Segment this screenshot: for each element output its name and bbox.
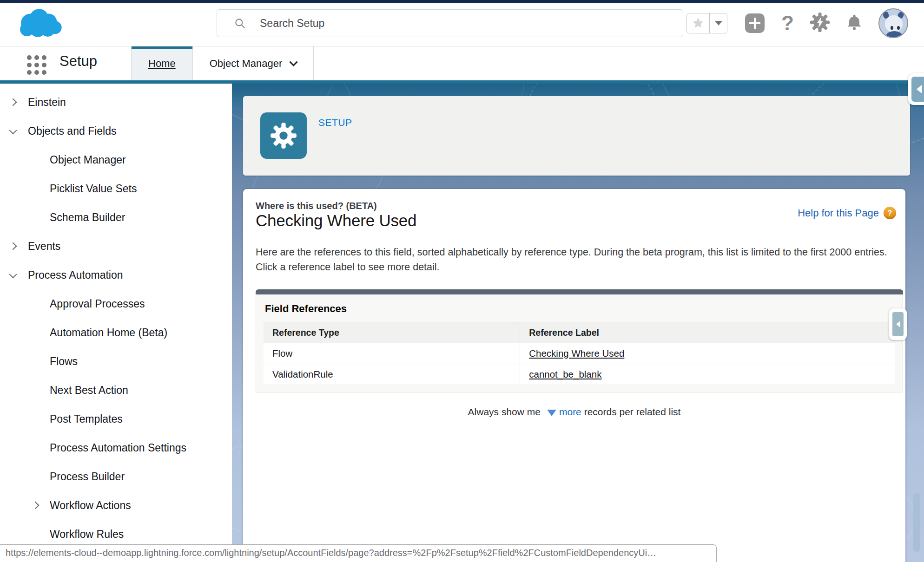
setup-search[interactable] (217, 9, 683, 37)
more-link[interactable]: more (559, 406, 581, 417)
field-references-table: Reference Type Reference Label Flow Chec… (264, 322, 895, 385)
search-icon (234, 17, 246, 29)
avatar-body (886, 31, 902, 38)
reference-type-cell: ValidationRule (264, 364, 520, 385)
setup-tile (260, 112, 307, 159)
cloud-icon (14, 5, 66, 42)
star-icon[interactable] (687, 13, 709, 33)
panel-top-bar (256, 289, 903, 294)
favorites-button[interactable] (686, 13, 727, 33)
status-url-bar: https://elements-cloud--demoapp.lightnin… (0, 544, 717, 562)
help-icon[interactable]: ? (781, 13, 794, 33)
banner-title: SETUP (318, 117, 352, 128)
page-card: Where is this used? (BETA) Checking Wher… (243, 189, 905, 562)
avatar-eye (891, 26, 893, 30)
page-description: Here are the references to this field, s… (256, 245, 897, 274)
help-badge-icon[interactable]: ? (884, 207, 896, 219)
page-eyebrow: Where is this used? (BETA) (256, 201, 377, 211)
sidebar-item-objects-and-fields[interactable]: Objects and Fields (0, 117, 232, 145)
sidebar-item-events[interactable]: Events (0, 232, 232, 261)
sidebar-item-process-automation[interactable]: Process Automation (0, 261, 232, 289)
notifications-button[interactable] (845, 13, 864, 33)
sidebar-item-automation-home[interactable]: Automation Home (Beta) (0, 318, 232, 347)
triangle-down-icon (547, 410, 556, 416)
chevron-right-icon (32, 502, 40, 510)
setup-gear-button[interactable] (810, 12, 830, 34)
reference-type-cell: Flow (264, 343, 520, 364)
column-header-reference-label: Reference Label (520, 322, 895, 343)
sidebar-item-process-automation-settings[interactable]: Process Automation Settings (0, 433, 232, 462)
chevron-down-icon (290, 58, 298, 66)
avatar-eye (897, 26, 900, 30)
setup-nav-bar: Setup Home Object Manager (0, 46, 924, 84)
setup-banner: SETUP (243, 96, 910, 176)
global-header: ? (0, 3, 924, 46)
sidebar-item-post-templates[interactable]: Post Templates (0, 405, 232, 433)
collapse-sidebar-button[interactable] (908, 73, 924, 105)
sidebar-item-next-best-action[interactable]: Next Best Action (0, 376, 232, 405)
sidebar-item-object-manager[interactable]: Object Manager (0, 145, 232, 174)
sidebar-item-einstein[interactable]: Einstein (0, 88, 232, 117)
records-per-list-note: Always show memore records per related l… (243, 406, 905, 418)
app-launcher-icon[interactable] (27, 55, 46, 75)
avatar-face (885, 15, 903, 32)
chevron-left-icon (896, 321, 900, 327)
setup-sidebar: Einstein Objects and Fields Object Manag… (0, 84, 232, 562)
chevron-left-icon (917, 85, 922, 93)
sidebar-item-process-builder[interactable]: Process Builder (0, 462, 232, 491)
main-content-area: SETUP Where is this used? (BETA) Checkin… (232, 84, 924, 562)
app-title: Setup (59, 53, 97, 70)
tab-object-manager[interactable]: Object Manager (193, 46, 314, 80)
sidebar-item-schema-builder[interactable]: Schema Builder (0, 203, 232, 232)
reference-label-link[interactable]: cannot_be_blank (529, 369, 601, 379)
avatar[interactable] (878, 8, 908, 38)
chevron-right-icon (9, 242, 17, 250)
help-for-this-page[interactable]: Help for this Page ? (798, 207, 896, 219)
sidebar-item-picklist-value-sets[interactable]: Picklist Value Sets (0, 174, 232, 203)
bell-icon (845, 13, 864, 32)
sidebar-item-approval-processes[interactable]: Approval Processes (0, 289, 232, 318)
help-link[interactable]: Help for this Page (798, 207, 879, 219)
chevron-down-icon (715, 21, 722, 26)
chevron-down-icon (9, 270, 17, 278)
scrollbar-thumb[interactable] (913, 493, 920, 552)
collapse-panel-button[interactable] (889, 308, 907, 340)
column-header-reference-type: Reference Type (264, 322, 520, 343)
quick-create-button[interactable] (745, 13, 765, 33)
chevron-down-icon (9, 126, 17, 134)
favorites-dropdown[interactable] (709, 13, 727, 33)
gear-bolt-icon (810, 12, 830, 33)
tab-home[interactable]: Home (131, 46, 193, 80)
panel-title: Field References (265, 303, 895, 315)
chevron-right-icon (9, 98, 17, 106)
sidebar-item-workflow-actions[interactable]: Workflow Actions (0, 491, 232, 520)
field-references-panel: Field References Reference Type Referenc… (256, 289, 903, 392)
salesforce-logo (14, 5, 66, 44)
sidebar-item-flows[interactable]: Flows (0, 347, 232, 376)
gear-icon (270, 122, 297, 149)
page-title: Checking Where Used (256, 211, 416, 230)
search-input[interactable] (260, 17, 683, 30)
reference-label-link[interactable]: Checking Where Used (529, 348, 624, 359)
table-row: ValidationRule cannot_be_blank (264, 364, 895, 385)
table-row: Flow Checking Where Used (264, 343, 895, 364)
